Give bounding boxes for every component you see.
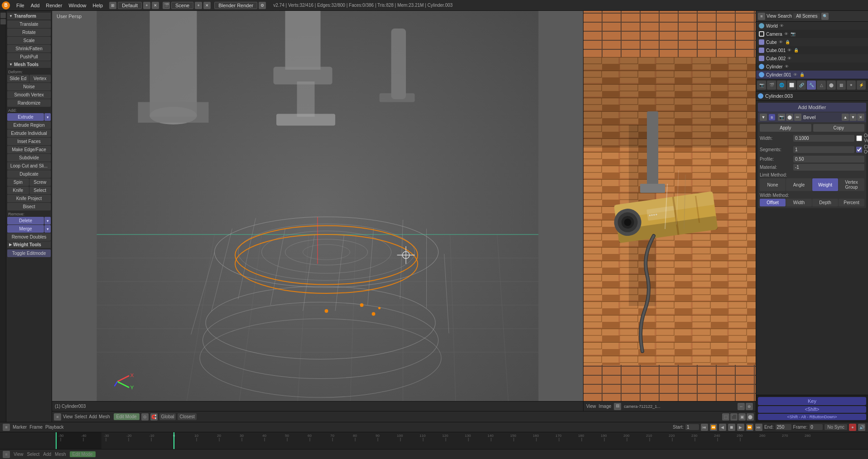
object-props-icon[interactable]: ⬜ (787, 81, 796, 90)
step-fwd-icon[interactable]: ⏩ (746, 424, 753, 431)
engine-select[interactable]: Blender Render (214, 2, 257, 9)
viewport-image[interactable]: ●●●● (583, 11, 756, 411)
duplicate-btn[interactable]: Duplicate (7, 170, 51, 178)
width-width-btn[interactable]: Width (786, 199, 812, 206)
menu-render[interactable]: Render (43, 2, 65, 9)
render-icon[interactable]: ⬤ (747, 413, 754, 421)
mesh-menu-btn[interactable]: Mesh (99, 414, 110, 419)
select-menu-btn[interactable]: Select (75, 414, 87, 419)
snap-type-btn[interactable]: Closest (178, 413, 196, 420)
scene-item-cube[interactable]: Cube 👁 🔒 (756, 38, 868, 46)
merge-btn[interactable]: Merge (7, 225, 44, 233)
scene-item-cylinder001[interactable]: Cylinder.001 👁 🔒 (756, 71, 868, 79)
wireframe-icon[interactable]: ⬚ (722, 413, 729, 421)
subdivide-btn[interactable]: Subdivide (7, 154, 51, 162)
physics-icon[interactable]: ⚡ (857, 81, 866, 90)
engine-settings-icon[interactable]: ⚙ (259, 2, 266, 9)
world-props-icon[interactable]: 🌐 (777, 81, 786, 90)
view-menu-btn[interactable]: View (63, 414, 73, 419)
select-btn[interactable]: Select (29, 186, 51, 194)
width-offset-btn[interactable]: Offset (760, 199, 786, 206)
end-frame-input[interactable] (776, 424, 791, 430)
width-input[interactable] (793, 135, 854, 142)
screw-btn[interactable]: Screw (29, 178, 51, 186)
pushpull-btn[interactable]: PushPull (7, 53, 51, 61)
constraints-icon[interactable]: 🔗 (797, 81, 806, 90)
material-props-icon[interactable]: ⬤ (827, 81, 836, 90)
mesh-tools-section-header[interactable]: ▼ Mesh Tools (7, 61, 51, 68)
smooth-vertex-btn[interactable]: Smooth Vertex (7, 91, 51, 99)
layout-icon[interactable]: ⊞ (109, 2, 116, 9)
image-icon[interactable]: 🖼 (614, 403, 621, 410)
outliner-icon[interactable]: ≡ (758, 13, 765, 20)
extrude-region-btn[interactable]: Extrude Region (7, 121, 51, 129)
loop-cut-btn[interactable]: Loop Cut and Sli... (7, 162, 51, 170)
bisect-btn[interactable]: Bisect (7, 203, 51, 210)
randomize-btn[interactable]: Randomize (7, 99, 51, 107)
inset-faces-btn[interactable]: Inset Faces (7, 138, 51, 145)
scene-item-cylinder[interactable]: Cylinder 👁 (756, 62, 868, 71)
data-props-icon[interactable]: △ (817, 81, 826, 90)
knife-btn[interactable]: Knife (7, 186, 29, 194)
sync-dropdown[interactable]: No Sync (825, 424, 847, 430)
weight-tools-header[interactable]: ▶ Weight Tools (7, 241, 51, 248)
slide-edge-btn[interactable]: Slide Ed (7, 75, 29, 82)
camera-vis-icon[interactable]: 👁 (784, 32, 790, 36)
segments-input[interactable] (793, 146, 854, 153)
scene-item-cube001[interactable]: Cube.001 👁 🔒 (756, 46, 868, 54)
menu-window[interactable]: Window (66, 2, 89, 9)
cylinder001-render-icon[interactable]: 🔒 (800, 72, 805, 77)
extrude-individual-btn[interactable]: Extrude Individual (7, 129, 51, 137)
world-vis-icon[interactable]: 👁 (780, 24, 785, 28)
view-timeline-btn[interactable]: Marker (13, 425, 27, 430)
menu-add[interactable]: Add (28, 2, 43, 9)
top-menu[interactable]: File Add Render Window Help (14, 2, 106, 9)
zoom-icon[interactable]: ⊕ (746, 403, 753, 410)
cube001-render-icon[interactable]: 🔒 (794, 48, 799, 53)
recording-icon[interactable]: ● (849, 424, 856, 431)
copy-btn[interactable]: Copy (813, 124, 865, 132)
close-workspace-icon[interactable]: ✕ (152, 2, 159, 9)
cube002-vis-icon[interactable]: 👁 (787, 56, 793, 61)
noise-btn[interactable]: Noise (7, 83, 51, 91)
cube001-vis-icon[interactable]: 👁 (787, 48, 793, 53)
add-menu-btn[interactable]: Add (89, 414, 97, 419)
viewport-3d[interactable]: User Persp (52, 11, 583, 411)
audio-icon[interactable]: 🔊 (858, 424, 865, 431)
only-vertices-check[interactable]: Only Vertices (856, 133, 868, 143)
limit-weight-btn[interactable]: Weight (812, 178, 838, 191)
modifier-close-icon[interactable]: ✕ (857, 114, 864, 121)
status-select[interactable]: Select (27, 452, 40, 457)
limit-angle-btn[interactable]: Angle (786, 178, 812, 191)
modifier-expand-icon[interactable]: ▼ (760, 114, 767, 121)
profile-input[interactable] (793, 156, 864, 163)
clamp-overlap-check[interactable]: Clamp Overlap (856, 144, 868, 154)
modifier-down-icon[interactable]: ▼ (849, 114, 857, 121)
limit-vertex-group-btn[interactable]: Vertex Group (839, 178, 864, 191)
texture-props-icon[interactable]: ▦ (837, 81, 846, 90)
add-workspace-icon[interactable]: + (143, 2, 150, 9)
modifier-up-icon[interactable]: ▲ (842, 114, 849, 121)
cube-vis-icon[interactable]: 👁 (779, 40, 784, 44)
frame-label[interactable]: Frame (29, 425, 43, 430)
knife-project-btn[interactable]: Knife Project (7, 195, 51, 202)
add-modifier-btn[interactable]: Add Modifier (758, 103, 866, 112)
play-icon[interactable]: ▶ (737, 424, 744, 431)
scene-item-world[interactable]: World 👁 (756, 22, 868, 30)
texture-icon[interactable]: ▣ (738, 413, 746, 421)
sync-icon[interactable]: ↔ (738, 403, 745, 410)
slide-vertex-btn[interactable]: Vertex (29, 75, 51, 82)
material-input[interactable] (793, 164, 864, 171)
apply-btn[interactable]: Apply (760, 124, 811, 132)
sidebar-toggle-icon[interactable] (0, 13, 6, 18)
view-btn[interactable]: View (767, 14, 776, 19)
stop-icon[interactable]: ⏹ (728, 424, 735, 431)
current-frame-input[interactable] (809, 424, 823, 430)
render-props-icon[interactable]: 📷 (757, 81, 766, 90)
search-btn[interactable]: Search (778, 14, 792, 19)
view-label[interactable]: View (586, 404, 596, 409)
modifier-props-icon[interactable]: 🔧 (807, 81, 816, 90)
modifier-render-icon[interactable]: ⬤ (786, 114, 793, 121)
particles-icon[interactable]: ✦ (847, 81, 856, 90)
cylinder-vis-icon[interactable]: 👁 (785, 64, 790, 69)
